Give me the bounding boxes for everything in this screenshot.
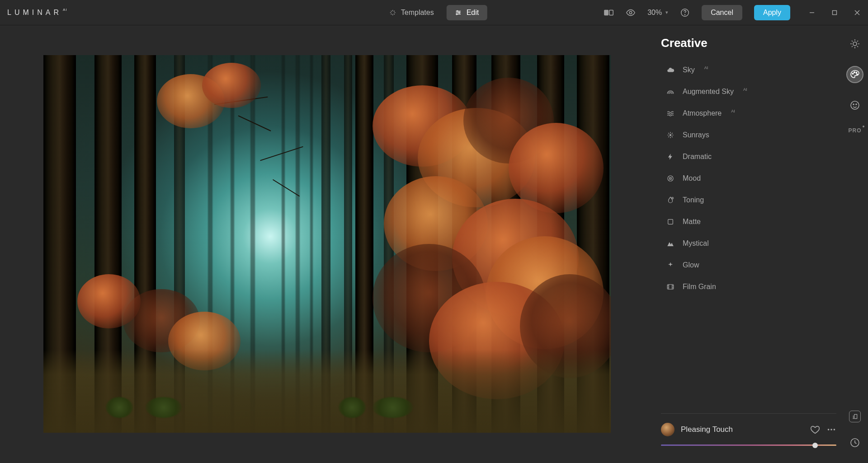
app-name-suffix: AI [63,8,67,12]
sliders-icon [455,9,462,16]
svg-point-35 [851,101,859,109]
svg-point-28 [830,429,832,430]
app-body: Creative SkyAIAugmented SkyAIAtmosphereA… [0,25,868,463]
svg-rect-20 [667,285,674,290]
app-name: LUMINAR [7,9,62,17]
tool-dramatic[interactable]: Dramatic [656,146,842,168]
sparkle-icon [666,261,675,269]
svg-point-33 [856,72,857,73]
tool-label: Toning [683,196,704,204]
window-controls [808,9,861,16]
history-icon[interactable] [846,434,863,451]
eye-icon[interactable] [626,8,636,18]
tool-sky[interactable]: SkyAI [656,59,842,81]
tool-label: Sky [683,66,695,74]
chevron-down-icon: ▾ [665,9,668,15]
svg-point-32 [854,72,855,73]
tool-label: Dramatic [683,153,712,161]
panel-bottom: Pleasing Touch [656,413,842,463]
templates-label: Templates [401,9,434,17]
edit-tab[interactable]: Edit [447,5,487,20]
preset-thumbnail[interactable] [661,423,675,436]
svg-point-18 [671,197,674,199]
maximize-button[interactable] [831,9,838,16]
film-icon [666,283,675,291]
mountain-icon [666,239,675,248]
svg-point-8 [629,11,632,14]
cancel-button[interactable]: Cancel [702,5,742,20]
zoom-value: 30% [647,9,662,17]
tool-label: Mood [683,174,701,182]
templates-tab[interactable]: Templates [381,5,442,20]
preview-image[interactable] [43,55,611,433]
svg-point-31 [852,73,853,74]
tool-film-grain[interactable]: Film Grain [656,276,842,298]
edit-label: Edit [467,9,479,17]
preset-intensity-slider[interactable] [661,444,836,446]
svg-point-34 [857,74,858,75]
svg-point-15 [670,135,671,136]
svg-point-36 [853,104,854,105]
slider-thumb[interactable] [812,443,818,448]
tool-glow[interactable]: Glow [656,254,842,276]
svg-rect-19 [668,220,673,224]
tool-toning[interactable]: Toning [656,189,842,211]
more-icon[interactable] [826,425,836,435]
ai-badge: AI [743,87,747,92]
right-panel: Creative SkyAIAugmented SkyAIAtmosphereA… [656,25,842,463]
side-rail: PRO [842,25,868,463]
tool-label: Film Grain [683,283,716,291]
ai-badge: AI [704,65,708,70]
drop-icon [666,196,675,204]
svg-point-5 [456,14,458,15]
svg-point-3 [457,10,458,12]
portrait-tab-icon[interactable] [846,97,863,114]
apply-button[interactable]: Apply [754,5,790,20]
rainbow-icon [666,88,675,96]
mood-icon [666,174,675,182]
square-icon [666,218,675,226]
tool-atmosphere[interactable]: AtmosphereAI [656,103,842,124]
canvas-area [0,25,656,463]
bolt-icon [666,153,675,161]
tool-list: SkyAIAugmented SkyAIAtmosphereAISunraysD… [656,59,842,298]
tool-mood[interactable]: Mood [656,168,842,189]
tool-matte[interactable]: Matte [656,211,842,233]
divider [661,413,836,414]
svg-point-30 [853,42,857,46]
panel-title: Creative [656,36,842,59]
svg-point-37 [856,104,857,105]
tool-mystical[interactable]: Mystical [656,233,842,254]
top-bar: LUMINAR AI Templates Edit 30% ▾ [0,0,868,25]
tool-label: Atmosphere [683,109,722,117]
creative-tab-icon[interactable] [846,66,863,83]
tool-augmented-sky[interactable]: Augmented SkyAI [656,81,842,103]
tool-label: Matte [683,218,701,226]
svg-point-27 [828,429,830,430]
compare-icon[interactable] [604,8,614,18]
tool-label: Sunrays [683,131,709,139]
svg-rect-12 [833,10,837,14]
layers-icon[interactable] [849,411,861,422]
sparkle-icon [389,9,396,16]
svg-point-4 [458,12,460,13]
tool-label: Glow [683,261,699,269]
ai-badge: AI [731,109,735,113]
svg-point-29 [834,429,835,430]
heart-icon[interactable] [810,425,820,435]
svg-point-10 [685,14,685,15]
tool-label: Mystical [683,239,709,248]
cloud-icon [666,66,675,74]
svg-rect-7 [609,10,613,15]
pro-tab[interactable]: PRO [848,127,861,134]
essentials-tab-icon[interactable] [846,35,863,52]
tool-sunrays[interactable]: Sunrays [656,124,842,146]
close-button[interactable] [854,9,861,16]
minimize-button[interactable] [808,9,816,16]
top-bar-right: 30% ▾ Cancel Apply [604,5,861,20]
zoom-dropdown[interactable]: 30% ▾ [647,9,668,17]
tool-label: Augmented Sky [683,88,734,96]
app-logo: LUMINAR AI [7,9,67,17]
preset-row: Pleasing Touch [661,423,836,436]
help-icon[interactable] [680,8,690,18]
